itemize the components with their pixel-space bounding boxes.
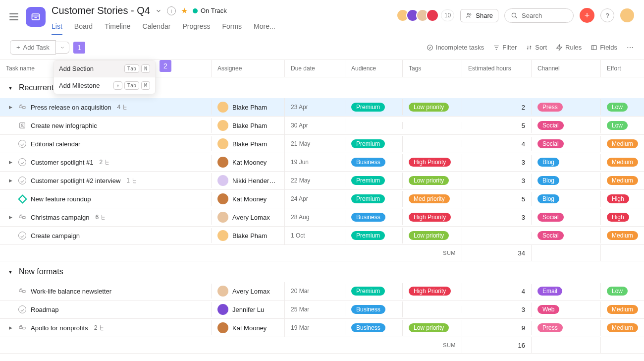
effort-pill[interactable]: Low	[607, 103, 628, 112]
channel-pill[interactable]: Press	[537, 323, 563, 332]
column-audience[interactable]: Audience	[345, 60, 403, 77]
channel-pill[interactable]: Social	[537, 139, 564, 148]
project-title[interactable]: Customer Stories - Q4	[52, 5, 150, 16]
menu-add-milestone[interactable]: Add Milestone ⇧ Tab M	[54, 77, 155, 94]
due-date[interactable]: 1 Oct	[285, 229, 345, 242]
estimated-hours[interactable]: 4	[462, 284, 532, 299]
channel-pill[interactable]: Social	[537, 121, 564, 130]
column-assignee[interactable]: Assignee	[212, 60, 285, 77]
tag-pill[interactable]: High Priority	[409, 287, 451, 296]
audience-pill[interactable]: Premium	[351, 103, 385, 112]
due-date[interactable]: 24 Apr	[285, 192, 345, 206]
column-hours[interactable]: Estimated hours	[462, 60, 532, 77]
add-task-button[interactable]: + Add Task	[10, 40, 56, 55]
menu-add-section[interactable]: Add Section Tab N	[54, 60, 155, 77]
share-button[interactable]: Share	[460, 9, 498, 22]
channel-pill[interactable]: Social	[537, 213, 564, 222]
fields-button[interactable]: Fields	[590, 44, 617, 51]
audience-pill[interactable]: Business	[351, 305, 385, 314]
info-icon[interactable]: i	[167, 6, 176, 15]
due-date[interactable]: 30 Apr	[285, 119, 345, 132]
audience-pill[interactable]: Business	[351, 158, 385, 167]
column-due[interactable]: Due date	[285, 60, 345, 77]
tag-pill[interactable]: Low priority	[409, 231, 449, 240]
hamburger-menu[interactable]	[8, 11, 20, 23]
section-header[interactable]: ▼New formats	[0, 261, 644, 282]
effort-pill[interactable]: Medium	[607, 158, 638, 167]
estimated-hours[interactable]	[462, 232, 532, 239]
due-date[interactable]: 19 Mar	[285, 321, 345, 335]
task-row[interactable]: ▶Create new infographicBlake Pham30 Apr5…	[0, 117, 644, 135]
due-date[interactable]: 19 Jun	[285, 155, 345, 169]
channel-pill[interactable]: Blog	[537, 176, 559, 185]
effort-pill[interactable]: Medium	[607, 176, 638, 185]
tab-list[interactable]: List	[52, 20, 62, 35]
help-button[interactable]: ?	[600, 8, 614, 22]
expand-caret[interactable]: ▶	[9, 178, 14, 183]
estimated-hours[interactable]: 3	[462, 174, 532, 188]
audience-pill[interactable]: Premium	[351, 287, 385, 296]
tab-progress[interactable]: Progress	[182, 20, 210, 35]
estimated-hours[interactable]: 5	[462, 192, 532, 206]
expand-caret[interactable]: ▶	[9, 325, 14, 330]
star-icon[interactable]: ★	[181, 6, 188, 15]
effort-pill[interactable]: Medium	[607, 305, 638, 314]
task-row[interactable]: ▶Customer spotlight #12 Kat Mooney19 Jun…	[0, 153, 644, 172]
audience-pill[interactable]: Business	[351, 323, 385, 332]
avatar-stack[interactable]: 10	[396, 9, 454, 22]
expand-caret[interactable]: ▶	[9, 105, 14, 110]
user-avatar[interactable]	[620, 8, 634, 22]
channel-pill[interactable]: Press	[537, 103, 563, 112]
due-date[interactable]: 23 Apr	[285, 100, 345, 114]
global-add-button[interactable]: +	[580, 8, 594, 23]
due-date[interactable]: 22 May	[285, 174, 345, 187]
chevron-down-icon[interactable]	[155, 7, 162, 14]
audience-pill[interactable]: Premium	[351, 194, 385, 203]
expand-caret[interactable]: ▶	[9, 160, 14, 165]
task-row[interactable]: ▶Editorial calendarBlake Pham21 MayPremi…	[0, 135, 644, 153]
column-effort[interactable]: Effort	[601, 60, 644, 77]
estimated-hours[interactable]: 3	[462, 302, 532, 317]
audience-pill[interactable]: Premium	[351, 139, 385, 148]
channel-pill[interactable]: Web	[537, 305, 559, 314]
tag-pill[interactable]: Low priority	[409, 323, 449, 332]
estimated-hours[interactable]: 9	[462, 321, 532, 335]
task-row[interactable]: ▶New feature roundupKat Mooney24 AprPrem…	[0, 190, 644, 208]
add-task-dropdown[interactable]	[56, 42, 69, 54]
due-date[interactable]: 25 Mar	[285, 302, 345, 316]
channel-pill[interactable]: Email	[537, 287, 562, 296]
effort-pill[interactable]: Medium	[607, 323, 638, 332]
audience-pill[interactable]: Business	[351, 213, 385, 222]
due-date[interactable]: 21 May	[285, 137, 345, 151]
channel-pill[interactable]: Social	[537, 231, 564, 240]
task-row[interactable]: ▶Work-life balance newsletterAvery Lomax…	[0, 282, 644, 301]
effort-pill[interactable]: Medium	[607, 231, 638, 240]
audience-pill[interactable]: Premium	[351, 231, 385, 240]
tab-board[interactable]: Board	[74, 20, 93, 35]
tag-pill[interactable]: High Priority	[409, 213, 451, 222]
sort-button[interactable]: Sort	[526, 44, 547, 51]
channel-pill[interactable]: Blog	[537, 158, 559, 167]
due-date[interactable]: 20 Mar	[285, 284, 345, 298]
due-date[interactable]: 28 Aug	[285, 210, 345, 224]
task-row[interactable]: ▶Press release on acquisition4 Blake Pha…	[0, 98, 644, 117]
effort-pill[interactable]: Low	[607, 121, 628, 130]
task-row[interactable]: ▶Customer spotlight #2 interview1 Nikki …	[0, 172, 644, 190]
audience-pill[interactable]: Premium	[351, 176, 385, 185]
estimated-hours[interactable]: 2	[462, 100, 532, 115]
tab-timeline[interactable]: Timeline	[105, 20, 130, 35]
project-status[interactable]: On Track	[193, 7, 227, 14]
tag-pill[interactable]: Low priority	[409, 103, 449, 112]
filter-incomplete[interactable]: Incomplete tasks	[427, 44, 484, 51]
tag-pill[interactable]: High Priority	[409, 158, 451, 167]
effort-pill[interactable]: Medium	[607, 139, 638, 148]
tab-forms[interactable]: Forms	[222, 20, 242, 35]
more-actions[interactable]	[626, 44, 634, 52]
effort-pill[interactable]: High	[607, 194, 629, 203]
rules-button[interactable]: Rules	[556, 44, 582, 51]
tab-calendar[interactable]: Calendar	[143, 20, 171, 35]
effort-pill[interactable]: Low	[607, 287, 628, 296]
estimated-hours[interactable]: 3	[462, 155, 532, 170]
estimated-hours[interactable]: 5	[462, 119, 532, 133]
task-row[interactable]: ▶RoadmapJennifer Lu25 MarBusiness3WebMed…	[0, 301, 644, 319]
